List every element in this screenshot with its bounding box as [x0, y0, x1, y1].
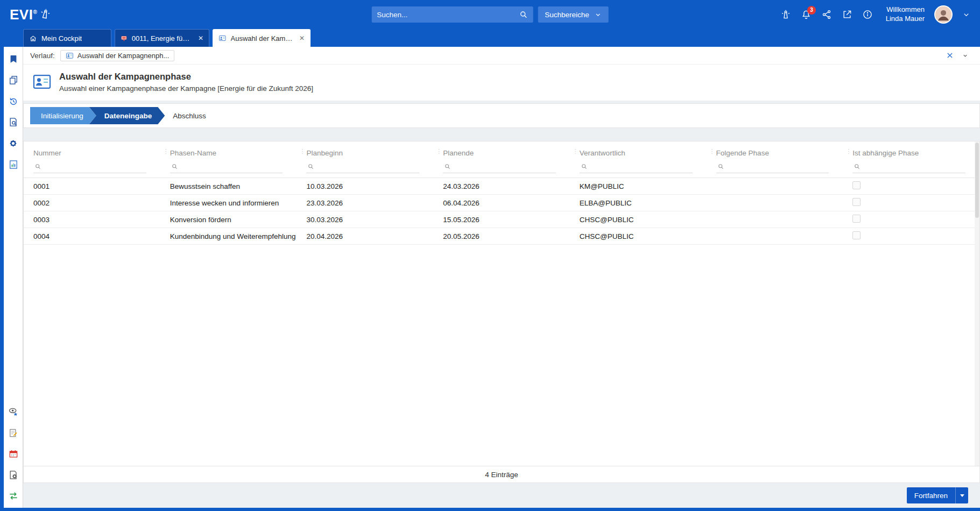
table-cell: 0003 [24, 216, 160, 224]
table-cell: KM@PUBLIC [570, 182, 707, 190]
avatar[interactable] [934, 5, 953, 24]
column-resize-grip-icon[interactable]: ⋮ [163, 148, 169, 154]
wizard-steps: Initialisierung Dateneingabe Abschluss [23, 103, 980, 128]
history-chip[interactable]: Auswahl der Kampagnenph... [60, 50, 175, 61]
column-filter-input[interactable] [33, 160, 146, 173]
search-icon[interactable] [519, 10, 527, 19]
table-cell: 10.03.2026 [297, 182, 433, 190]
bookmark-icon[interactable] [8, 54, 19, 65]
page-title: Auswahl der Kampagnenphase [59, 72, 313, 82]
table-cell: 06.04.2026 [433, 199, 570, 207]
table-cell: Konversion fördern [160, 216, 297, 224]
table-body: 0001Bewusstsein schaffen10.03.202624.03.… [24, 178, 979, 466]
chevron-down-icon [595, 11, 602, 18]
global-search [371, 6, 533, 23]
calendar-icon[interactable] [8, 449, 19, 459]
wizard-step-initialisierung[interactable]: Initialisierung [30, 107, 96, 124]
swap-icon[interactable] [8, 491, 19, 501]
bell-icon[interactable]: 3 [801, 9, 812, 20]
tab-auswahl-kampagnenphase[interactable]: Auswahl der Kampa... ✕ [213, 29, 311, 47]
open-in-new-icon[interactable] [842, 9, 852, 20]
info-icon[interactable] [862, 9, 873, 20]
history-icon[interactable] [8, 96, 19, 107]
notes-icon[interactable] [8, 428, 19, 438]
logo-text: EVI® [10, 8, 37, 22]
tab-close-icon[interactable]: ✕ [198, 35, 203, 41]
scrollbar-thumb[interactable] [975, 143, 979, 218]
column-header[interactable]: ⋮Phasen-Name [160, 146, 297, 159]
content-area: Verlauf: Auswahl der Kampagnenph... [23, 47, 980, 508]
table-cell: CHSC@PUBLIC [570, 232, 707, 240]
user-menu-chevron-icon[interactable] [962, 11, 970, 19]
column-filter-input[interactable] [852, 160, 965, 173]
collapse-chevron-icon[interactable] [962, 53, 968, 59]
document-search-icon[interactable] [8, 117, 19, 127]
column-header[interactable]: ⋮Folgende Phase [707, 146, 843, 159]
column-filter-input[interactable] [580, 160, 693, 173]
app-logo: EVI® [10, 8, 51, 22]
close-icon[interactable] [946, 52, 954, 59]
column-header[interactable]: ⋮Planbeginn [297, 146, 433, 159]
filter-search-icon [171, 163, 178, 170]
column-header[interactable]: Nummer [24, 146, 160, 159]
search-input[interactable] [377, 11, 519, 19]
filter-search-icon [307, 163, 314, 170]
document-gear-icon[interactable] [8, 470, 19, 480]
report-icon[interactable] [8, 159, 19, 170]
table-row[interactable]: 0001Bewusstsein schaffen10.03.202624.03.… [24, 178, 979, 195]
table-filter-row [24, 159, 979, 178]
column-filter-input[interactable] [170, 160, 283, 173]
notification-badge: 3 [807, 6, 816, 15]
column-resize-grip-icon[interactable]: ⋮ [299, 148, 305, 154]
table-cell: 0001 [24, 182, 160, 190]
column-header[interactable]: ⋮Verantwortlich [570, 146, 707, 159]
column-filter-input[interactable] [443, 160, 556, 173]
filter-search-icon [717, 163, 724, 170]
tab-kampagne-0011[interactable]: 0011, Energie für die... ✕ [115, 29, 209, 47]
table-cell: CHSC@PUBLIC [570, 216, 707, 224]
vertical-scrollbar[interactable] [975, 141, 979, 466]
table-cell: 15.05.2026 [433, 216, 570, 224]
column-resize-grip-icon[interactable]: ⋮ [845, 148, 851, 154]
filter-search-icon [444, 163, 451, 170]
preview-star-icon[interactable] [8, 406, 19, 417]
tabbar: Mein Cockpit 0011, Energie für die... ✕ … [0, 29, 980, 47]
dependent-phase-checkbox[interactable] [852, 181, 861, 189]
column-filter-input[interactable] [306, 160, 419, 173]
column-resize-grip-icon[interactable]: ⋮ [709, 148, 715, 154]
lighthouse-icon[interactable] [780, 9, 791, 20]
wizard-step-dateneingabe[interactable]: Dateneingabe [89, 107, 165, 124]
entry-count: 4 Einträge [485, 471, 518, 479]
wizard-step-abschluss[interactable]: Abschluss [165, 107, 217, 124]
table-row[interactable]: 0004Kundenbindung und Weiterempfehlung20… [24, 228, 979, 245]
lighthouse-logo-icon [39, 7, 52, 20]
history-bar: Verlauf: Auswahl der Kampagnenph... [23, 47, 980, 65]
copy-icon[interactable] [8, 75, 19, 86]
column-header[interactable]: ⋮Ist abhängige Phase [843, 146, 979, 159]
table-cell: 30.03.2026 [297, 216, 433, 224]
tab-close-icon[interactable]: ✕ [299, 35, 305, 41]
gear-icon[interactable] [8, 138, 19, 149]
sidebar [4, 47, 23, 508]
table-cell: 0002 [24, 199, 160, 207]
column-resize-grip-icon[interactable]: ⋮ [436, 148, 442, 154]
table-row[interactable]: 0002Interesse wecken und informieren23.0… [24, 195, 979, 211]
column-header[interactable]: ⋮Planende [433, 146, 570, 159]
continue-menu-caret-icon[interactable] [955, 487, 968, 503]
tab-mein-cockpit[interactable]: Mein Cockpit [23, 29, 111, 47]
search-areas-button[interactable]: Suchbereiche [538, 6, 609, 23]
page-subtitle: Auswahl einer Kampagnenphase der Kampagn… [59, 84, 313, 93]
table-footer: 4 Einträge [24, 466, 979, 482]
history-label: Verlauf: [30, 52, 55, 60]
phase-card-icon [66, 52, 74, 60]
table-cell: 20.05.2026 [433, 232, 570, 240]
column-resize-grip-icon[interactable]: ⋮ [573, 148, 579, 154]
phases-table: Nummer⋮Phasen-Name⋮Planbeginn⋮Planende⋮V… [23, 141, 980, 483]
column-filter-input[interactable] [716, 160, 829, 173]
dependent-phase-checkbox[interactable] [852, 215, 861, 223]
table-row[interactable]: 0003Konversion fördern30.03.202615.05.20… [24, 211, 979, 228]
continue-button[interactable]: Fortfahren [907, 487, 968, 503]
dependent-phase-checkbox[interactable] [852, 231, 861, 239]
share-icon[interactable] [821, 9, 832, 20]
dependent-phase-checkbox[interactable] [852, 198, 861, 206]
